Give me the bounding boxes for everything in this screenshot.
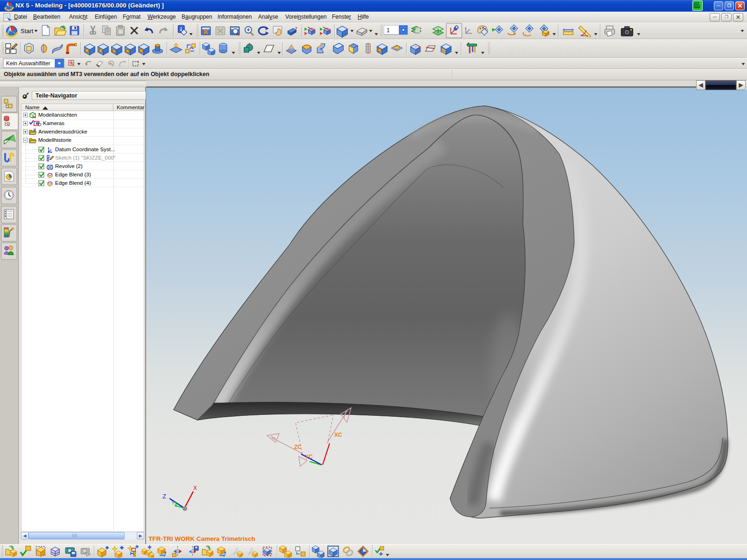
svg-text:Revolve (2): Revolve (2) — [55, 163, 83, 169]
svg-text:Kein Auswahlfilter: Kein Auswahlfilter — [6, 60, 50, 67]
svg-text:X: X — [193, 485, 197, 491]
svg-text:Z: Z — [162, 493, 166, 500]
svg-text:YC: YC — [305, 454, 313, 460]
svg-text:Sketch (1) "SKIZZE_000": Sketch (1) "SKIZZE_000" — [55, 155, 116, 161]
svg-text:Y: Y — [171, 500, 175, 505]
svg-text:Kameras: Kameras — [43, 120, 64, 126]
svg-text:1: 1 — [387, 27, 390, 34]
svg-text:TFR-TRI WORK Camera Trimetrisc: TFR-TRI WORK Camera Trimetrisch — [148, 535, 255, 542]
svg-text:XC: XC — [334, 432, 342, 438]
svg-text:ZC: ZC — [294, 444, 302, 450]
svg-text:Modellansichten: Modellansichten — [38, 112, 77, 118]
svg-text:Start: Start — [21, 28, 34, 35]
svg-text:Edge Blend (3): Edge Blend (3) — [55, 172, 91, 177]
svg-text:Modellhistorie: Modellhistorie — [38, 137, 71, 143]
svg-text:Anwenderausdrücke: Anwenderausdrücke — [38, 129, 87, 134]
svg-text:Datum Coordinate Syst...: Datum Coordinate Syst... — [55, 147, 115, 152]
svg-text:Edge Blend (4): Edge Blend (4) — [55, 180, 91, 186]
